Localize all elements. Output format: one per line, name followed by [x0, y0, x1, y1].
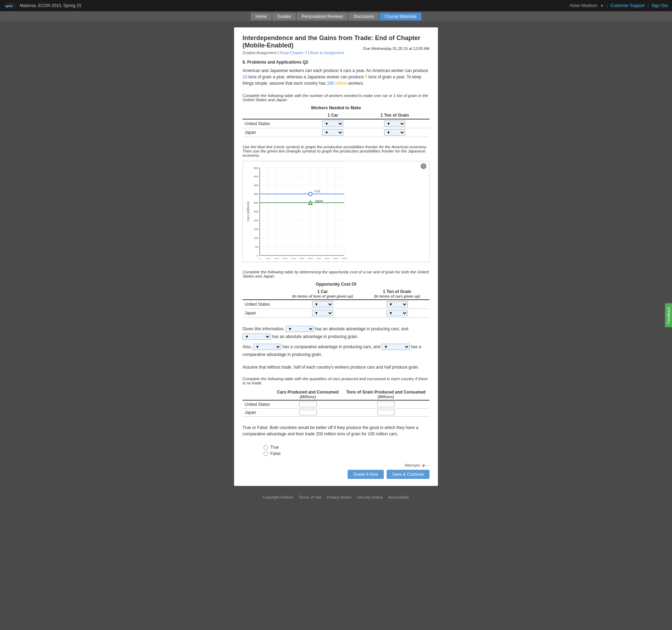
table1-header-car: 1 Car [306, 112, 360, 119]
no-trade-assumption: Assume that without trade, half of each … [243, 364, 429, 370]
svg-text:100: 100 [254, 236, 259, 240]
notrade-us-grain-input[interactable] [377, 402, 395, 407]
table3-us-label: United States [243, 400, 273, 409]
topbar-left: aplia Madonia, ECON 2010, Spring 15 [4, 2, 81, 9]
svg-text:900: 900 [333, 257, 338, 259]
nav-grades[interactable]: Grades [272, 13, 296, 20]
false-radio[interactable] [264, 452, 268, 456]
nav-home[interactable]: Home [251, 13, 272, 20]
opportunity-cost-table: 1 Car (In terms of tons of grain given u… [243, 288, 429, 318]
table1-japan-car-select[interactable]: ▼ 1/4 1/5 4 5 [306, 128, 360, 137]
japan-grain-dropdown[interactable]: ▼ 1/4 1/5 4 5 [384, 129, 405, 136]
opp-japan-grain-dropdown[interactable]: ▼ 1/441/55 [387, 310, 408, 316]
notrade-japan-grain-input[interactable] [377, 410, 395, 415]
table3-japan-grain-input[interactable] [342, 409, 429, 417]
nav-personalized-reviews[interactable]: Personalized Reviews [297, 13, 348, 20]
table1-us-car-select[interactable]: ▼ 1/4 1/10 4 10 [306, 119, 360, 128]
table1-us-grain-select[interactable]: ▼ 1/4 1/10 4 10 [360, 119, 429, 128]
nav-discussion[interactable]: Discussion [349, 13, 379, 20]
us-car-dropdown[interactable]: ▼ 1/4 1/10 4 10 [322, 121, 343, 127]
comp-cars-dropdown[interactable]: ▼ United StatesJapan [253, 344, 281, 350]
footer-privacy[interactable]: Privacy Notice [327, 495, 351, 499]
abs-grain-dropdown[interactable]: ▼ United StatesJapan [243, 333, 271, 340]
grade-it-now-button[interactable]: Grade It Now [348, 470, 384, 479]
notrade-us-cars-input[interactable] [299, 402, 317, 407]
opp-japan-car-dropdown[interactable]: ▼ 1/445/41/5 [312, 310, 333, 316]
table2-us-grain-select[interactable]: ▼ 1/221/101/5 [364, 300, 429, 309]
assignment-type: Graded Assignment [243, 51, 277, 55]
table2-header-grain: 1 Ton of Grain (In terms of cars given u… [364, 288, 429, 300]
svg-text:200: 200 [254, 219, 259, 222]
svg-text:200: 200 [274, 257, 279, 259]
attempts-icon: ◆ [422, 463, 425, 467]
table1-japan-label: Japan [243, 128, 306, 137]
japan-car-dropdown[interactable]: ▼ 1/4 1/5 4 5 [322, 129, 343, 136]
table1-us-label: United States [243, 119, 306, 128]
svg-text:50: 50 [255, 245, 258, 248]
nav-course-materials[interactable]: Course Materials [380, 13, 421, 20]
table1-title: Workers Needed to Make [243, 105, 429, 110]
breadcrumb: Graded Assignment | Read Chapter 3 | Bac… [243, 51, 344, 55]
table2-us-car-select[interactable]: ▼ 1/225/21/10 [280, 300, 364, 309]
sign-out-link[interactable]: Sign Out [651, 3, 668, 8]
dropdown-icon[interactable]: ▼ [600, 4, 604, 8]
no-trade-table: Cars Produced and Consumed (Millions) To… [243, 389, 429, 417]
svg-text:600: 600 [308, 257, 313, 259]
table2-header-empty [243, 288, 280, 300]
svg-text:100: 100 [266, 257, 271, 259]
abs-cars-dropdown[interactable]: ▼ United StatesJapan [286, 326, 314, 332]
table2-japan-grain-select[interactable]: ▼ 1/441/55 [364, 309, 429, 318]
japan-label-text: Japan [315, 199, 323, 203]
table2-japan-car-select[interactable]: ▼ 1/445/41/5 [280, 309, 364, 318]
svg-text:400: 400 [254, 184, 259, 187]
opp-us-grain-dropdown[interactable]: ▼ 1/221/101/5 [387, 301, 408, 307]
save-continue-button[interactable]: Save & Continue [387, 470, 429, 479]
chart-help-icon[interactable]: ? [421, 163, 426, 169]
footer-copyright[interactable]: Copyright Notices [263, 495, 293, 499]
feedback-tab[interactable]: Feedback [665, 303, 672, 327]
read-chapter-link[interactable]: Read Chapter 3 [280, 51, 307, 55]
production-possibilities-chart[interactable]: Cars (Millions) [246, 164, 348, 259]
table3-grain-subtitle: (Millions) [344, 395, 427, 399]
us-grain-dropdown[interactable]: ▼ 1/4 1/10 4 10 [384, 121, 405, 127]
notrade-japan-cars-input[interactable] [299, 410, 317, 415]
svg-text:700: 700 [316, 257, 321, 259]
table2-car-subtitle: (In terms of tons of grain given up) [283, 294, 362, 298]
table2-grain-subtitle: (In terms of cars given up) [367, 294, 427, 298]
table3-japan-cars-input[interactable] [273, 409, 342, 417]
table3-us-grain-input[interactable] [342, 400, 429, 409]
sentence-comp-mid: has a comparative advantage in producing… [282, 344, 380, 349]
aplia-logo: aplia [4, 2, 17, 9]
table3-header-cars: Cars Produced and Consumed (Millions) [273, 389, 342, 400]
table3-header-empty [243, 389, 273, 400]
chart-container: ? Cars (Millions) [243, 161, 429, 262]
table3-header-grain: Tons of Grain Produced and Consumed (Mil… [342, 389, 429, 400]
svg-text:0: 0 [257, 254, 259, 257]
footer-terms[interactable]: Terms of Use [299, 495, 322, 499]
footer-security[interactable]: Security Notice [357, 495, 383, 499]
table-row: United States ▼ 1/4 1/10 4 10 ▼ [243, 119, 429, 128]
table1-japan-grain-select[interactable]: ▼ 1/4 1/5 4 5 [360, 128, 429, 137]
table3-us-cars-input[interactable] [273, 400, 342, 409]
sentence-abs-end: has an absolute advantage in producing g… [272, 334, 358, 339]
back-to-assignment-link[interactable]: Back to Assignment [310, 51, 344, 55]
table3-cars-subtitle: (Millions) [276, 395, 340, 399]
sentence-abs-mid: has an absolute advantage in producing c… [315, 326, 408, 331]
true-radio[interactable] [264, 445, 268, 450]
chart-instruction: Use the blue line (circle symbol) to gra… [243, 145, 429, 157]
svg-text:400: 400 [291, 257, 296, 259]
attempts-label: Attempts: [405, 463, 421, 467]
footer-accessibility[interactable]: Accessibility [388, 495, 409, 499]
topbar: aplia Madonia, ECON 2010, Spring 15 Aida… [0, 0, 672, 11]
opp-us-car-dropdown[interactable]: ▼ 1/225/21/10 [312, 301, 333, 307]
false-label: False [270, 451, 280, 456]
workers-table: 1 Car 1 Ton of Grain United States ▼ 1/4… [243, 112, 429, 137]
comp-grain-dropdown[interactable]: ▼ United StatesJapan [382, 344, 410, 350]
true-label: True [270, 445, 279, 450]
svg-text:0: 0 [259, 257, 261, 259]
customer-support-link[interactable]: Customer Support [610, 3, 645, 8]
table2-header-car-label: 1 Car [283, 289, 362, 294]
svg-text:aplia: aplia [5, 4, 13, 8]
sentence-comp-prefix: Also, [243, 344, 252, 349]
table2-japan-label: Japan [243, 309, 280, 318]
